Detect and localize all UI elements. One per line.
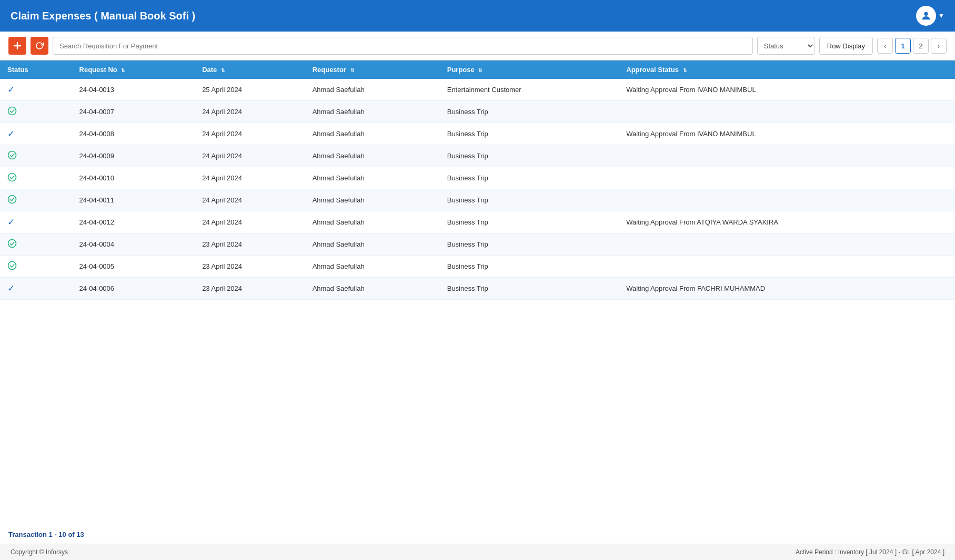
table-row[interactable]: ✓24-04-001224 April 2024Ahmad SaefullahB… (0, 211, 955, 233)
cell-request-no: 24-04-0007 (72, 101, 195, 123)
svg-point-4 (8, 196, 16, 203)
cell-status: ✓ (0, 79, 72, 101)
cell-purpose: Business Trip (440, 278, 619, 300)
cell-status: ✓ (0, 211, 72, 233)
done-icon (7, 239, 17, 248)
cell-date: 25 April 2024 (195, 79, 305, 101)
sort-icon: ⇅ (683, 68, 687, 73)
col-header-approval-status[interactable]: Approval Status ⇅ (619, 60, 955, 79)
col-header-requestor[interactable]: Requestor ⇅ (305, 60, 440, 79)
cell-requestor: Ahmad Saefullah (305, 278, 440, 300)
copyright-text: Copyright © Inforsys (11, 548, 68, 556)
table-header-row: Status Request No ⇅ Date ⇅ Requestor ⇅ P… (0, 60, 955, 79)
cell-purpose: Business Trip (440, 167, 619, 189)
cell-approval-status (619, 256, 955, 278)
svg-point-1 (8, 107, 16, 115)
col-header-date[interactable]: Date ⇅ (195, 60, 305, 79)
next-page-button[interactable]: › (931, 38, 947, 54)
prev-page-button[interactable]: ‹ (877, 38, 893, 54)
col-header-status: Status (0, 60, 72, 79)
cell-requestor: Ahmad Saefullah (305, 145, 440, 167)
cell-purpose: Business Trip (440, 101, 619, 123)
cell-purpose: Business Trip (440, 145, 619, 167)
cell-request-no: 24-04-0006 (72, 278, 195, 300)
cell-approval-status (619, 145, 955, 167)
cell-approval-status (619, 233, 955, 256)
svg-point-0 (924, 12, 928, 16)
cell-requestor: Ahmad Saefullah (305, 123, 440, 145)
avatar (916, 6, 936, 26)
cell-purpose: Business Trip (440, 256, 619, 278)
row-display-button[interactable]: Row Display (819, 37, 873, 55)
footer-transaction-info: Transaction 1 - 10 of 13 (0, 525, 955, 544)
status-filter[interactable]: Status Pending Approved Rejected (757, 37, 815, 55)
col-header-purpose[interactable]: Purpose ⇅ (440, 60, 619, 79)
table-row[interactable]: 24-04-000924 April 2024Ahmad SaefullahBu… (0, 145, 955, 167)
sort-icon: ⇅ (478, 68, 482, 73)
cell-approval-status (619, 189, 955, 211)
active-period-text: Active Period : Inventory [ Jul 2024 ] -… (796, 548, 944, 556)
data-table: Status Request No ⇅ Date ⇅ Requestor ⇅ P… (0, 60, 955, 300)
page-title: Claim Expenses ( Manual Book Sofi ) (11, 10, 195, 22)
cell-requestor: Ahmad Saefullah (305, 211, 440, 233)
table-row[interactable]: 24-04-001124 April 2024Ahmad SaefullahBu… (0, 189, 955, 211)
search-input[interactable] (53, 37, 753, 55)
table-row[interactable]: 24-04-001024 April 2024Ahmad SaefullahBu… (0, 167, 955, 189)
page-1-button[interactable]: 1 (895, 38, 911, 54)
page-2-button[interactable]: 2 (913, 38, 929, 54)
cell-requestor: Ahmad Saefullah (305, 167, 440, 189)
cell-request-no: 24-04-0009 (72, 145, 195, 167)
top-header: Claim Expenses ( Manual Book Sofi ) ▼ (0, 0, 955, 32)
cell-date: 24 April 2024 (195, 189, 305, 211)
cell-date: 23 April 2024 (195, 233, 305, 256)
bottom-bar: Copyright © Inforsys Active Period : Inv… (0, 544, 955, 560)
toolbar: Status Pending Approved Rejected Row Dis… (0, 32, 955, 60)
table-row[interactable]: 24-04-000523 April 2024Ahmad SaefullahBu… (0, 256, 955, 278)
done-icon (7, 261, 17, 270)
cell-request-no: 24-04-0011 (72, 189, 195, 211)
table-row[interactable]: 24-04-000724 April 2024Ahmad SaefullahBu… (0, 101, 955, 123)
cell-status (0, 233, 72, 256)
cell-date: 24 April 2024 (195, 211, 305, 233)
cell-requestor: Ahmad Saefullah (305, 79, 440, 101)
table-row[interactable]: ✓24-04-000623 April 2024Ahmad SaefullahB… (0, 278, 955, 300)
cell-requestor: Ahmad Saefullah (305, 256, 440, 278)
add-button[interactable] (8, 37, 26, 55)
cell-status (0, 167, 72, 189)
cell-status (0, 145, 72, 167)
sort-icon: ⇅ (121, 68, 125, 73)
cell-date: 24 April 2024 (195, 123, 305, 145)
done-icon (7, 172, 17, 182)
cell-request-no: 24-04-0005 (72, 256, 195, 278)
cell-approval-status (619, 167, 955, 189)
cell-purpose: Business Trip (440, 189, 619, 211)
checkmark-icon: ✓ (7, 128, 15, 139)
done-icon (7, 195, 17, 204)
cell-status: ✓ (0, 123, 72, 145)
cell-request-no: 24-04-0004 (72, 233, 195, 256)
cell-purpose: Entertainment Customer (440, 79, 619, 101)
cell-purpose: Business Trip (440, 233, 619, 256)
cell-purpose: Business Trip (440, 123, 619, 145)
cell-request-no: 24-04-0013 (72, 79, 195, 101)
cell-request-no: 24-04-0012 (72, 211, 195, 233)
table-row[interactable]: 24-04-000423 April 2024Ahmad SaefullahBu… (0, 233, 955, 256)
cell-approval-status: Waiting Approval From FACHRI MUHAMMAD (619, 278, 955, 300)
avatar-caret-icon: ▼ (938, 12, 944, 19)
col-header-request-no[interactable]: Request No ⇅ (72, 60, 195, 79)
table-row[interactable]: ✓24-04-001325 April 2024Ahmad SaefullahE… (0, 79, 955, 101)
cell-status (0, 189, 72, 211)
table-row[interactable]: ✓24-04-000824 April 2024Ahmad SaefullahB… (0, 123, 955, 145)
cell-requestor: Ahmad Saefullah (305, 189, 440, 211)
svg-point-3 (8, 174, 16, 181)
data-table-wrapper: Status Request No ⇅ Date ⇅ Requestor ⇅ P… (0, 60, 955, 525)
refresh-button[interactable] (31, 37, 48, 55)
cell-approval-status: Waiting Approval From IVANO MANIMBUL (619, 123, 955, 145)
svg-point-2 (8, 151, 16, 159)
cell-date: 24 April 2024 (195, 145, 305, 167)
done-icon (7, 106, 17, 116)
svg-point-6 (8, 262, 16, 270)
cell-status (0, 101, 72, 123)
user-menu[interactable]: ▼ (916, 6, 944, 26)
cell-request-no: 24-04-0010 (72, 167, 195, 189)
